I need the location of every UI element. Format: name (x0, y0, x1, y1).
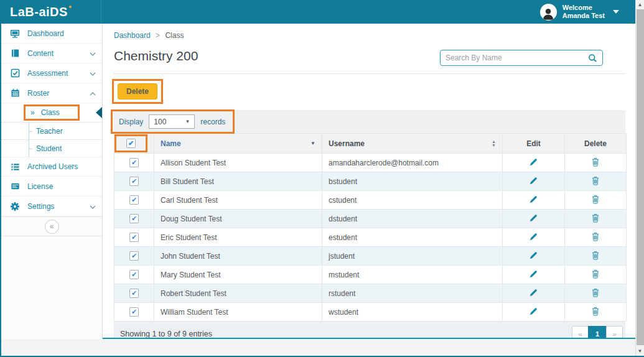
sidebar-item-class[interactable]: » Class (1, 103, 102, 122)
sidebar-nav: Dashboard Content Assessment Roster » Cl… (1, 24, 103, 339)
student-name: Bill Student Test (154, 172, 322, 191)
sidebar-item-label: License (27, 182, 96, 191)
row-checkbox[interactable] (129, 233, 139, 242)
select-all-checkbox[interactable] (126, 139, 136, 148)
table-row: Doug Student Test dstudent (114, 210, 627, 228)
delete-trash-icon[interactable] (591, 269, 600, 279)
sidebar-item-teacher[interactable]: Teacher (1, 122, 102, 139)
records-label: records (200, 118, 225, 126)
delete-trash-icon[interactable] (591, 251, 600, 260)
select-all-header-cell (114, 134, 154, 154)
sidebar-item-dashboard[interactable]: Dashboard (1, 24, 102, 44)
column-header-name[interactable]: Name (154, 134, 322, 154)
license-card-icon (10, 182, 20, 192)
sidebar-item-content[interactable]: Content (1, 44, 102, 63)
book-icon (10, 49, 20, 58)
sidebar-filler (1, 236, 102, 339)
sidebar-item-label: Teacher (20, 127, 63, 136)
row-checkbox[interactable] (129, 289, 139, 298)
edit-pencil-icon[interactable] (529, 176, 538, 185)
row-checkbox[interactable] (129, 177, 139, 186)
delete-trash-icon[interactable] (591, 176, 600, 185)
row-checkbox[interactable] (129, 214, 139, 223)
search-icon[interactable] (588, 53, 597, 63)
student-name: Eric Student Test (154, 228, 322, 247)
welcome-label: Welcome (562, 4, 605, 12)
sidebar-item-assessment[interactable]: Assessment (1, 63, 102, 83)
chevron-down-icon (90, 49, 96, 58)
student-name: Allison Student Test (154, 154, 322, 172)
edit-pencil-icon[interactable] (529, 269, 538, 279)
edit-pencil-icon[interactable] (529, 157, 538, 167)
active-submenu-marker-icon: » (30, 108, 35, 117)
search-box (440, 50, 603, 66)
sidebar-item-student[interactable]: Student (1, 139, 102, 157)
sidebar-item-label: Roster (27, 89, 82, 98)
logo-link[interactable]: LaB-aiDS (1, 0, 101, 24)
edit-pencil-icon[interactable] (529, 251, 538, 260)
section-divider (114, 73, 625, 74)
edit-pencil-icon[interactable] (529, 288, 538, 297)
vertical-scrollbar[interactable]: ▲ ▼ (635, 0, 644, 356)
delete-trash-icon[interactable] (591, 288, 600, 297)
table-row: Bill Student Test bstudent (114, 172, 627, 191)
calendar-icon (10, 88, 20, 98)
sidebar-item-license[interactable]: License (1, 177, 102, 197)
annotation-box-delete: Delete (112, 79, 163, 104)
student-username: amandaharclerode@hotmail.com (322, 154, 503, 172)
records-per-page-select[interactable]: 100 (149, 114, 195, 129)
sidebar-item-label: Class (41, 108, 60, 117)
row-checkbox[interactable] (129, 195, 139, 205)
table-row: Carl Student Test cstudent (114, 191, 627, 210)
sidebar-collapse-button[interactable]: « (45, 220, 59, 234)
dashboard-icon (10, 29, 20, 39)
search-input[interactable] (446, 53, 588, 62)
table-footer: Showing 1 to 9 of 9 entries « 1 » (114, 322, 625, 339)
row-checkbox[interactable] (129, 307, 139, 317)
chevron-down-icon (90, 69, 96, 78)
pagination-prev-button[interactable]: « (572, 326, 589, 339)
sidebar-item-roster[interactable]: Roster (1, 83, 102, 103)
edit-pencil-icon[interactable] (529, 195, 538, 204)
sort-both-icon (492, 140, 496, 147)
sidebar-item-label: Assessment (27, 69, 82, 78)
sidebar-item-label: Content (27, 49, 82, 58)
delete-selected-button[interactable]: Delete (118, 83, 157, 100)
edit-pencil-icon[interactable] (529, 307, 538, 316)
delete-trash-icon[interactable] (591, 232, 600, 241)
students-table: Name Username Edit Delete Allison Studen… (114, 133, 627, 322)
annotation-box-display-records: Display 100 records (111, 109, 235, 134)
column-header-username[interactable]: Username (322, 134, 503, 154)
table-row: John Student Test jstudent (114, 247, 627, 266)
row-checkbox[interactable] (129, 270, 139, 279)
delete-trash-icon[interactable] (591, 195, 600, 204)
edit-pencil-icon[interactable] (529, 232, 538, 241)
row-checkbox[interactable] (129, 158, 139, 167)
student-name: John Student Test (154, 247, 322, 266)
delete-trash-icon[interactable] (591, 307, 600, 316)
row-checkbox[interactable] (129, 251, 139, 261)
scroll-up-icon[interactable]: ▲ (636, 0, 644, 9)
breadcrumb-separator: > (156, 31, 160, 40)
records-per-page-value: 100 (154, 118, 166, 126)
sidebar-item-label: Student (20, 144, 62, 153)
user-name: Amanda Test (562, 12, 605, 20)
pagination-next-button[interactable]: » (606, 326, 623, 339)
sidebar-item-settings[interactable]: Settings (1, 197, 102, 216)
breadcrumb-dashboard-link[interactable]: Dashboard (114, 31, 151, 40)
pagination-page-1-button[interactable]: 1 (588, 326, 607, 339)
gear-icon (10, 202, 20, 211)
student-name: Carl Student Test (154, 191, 322, 210)
student-name: Robert Student Test (154, 284, 322, 303)
display-label: Display (119, 118, 143, 126)
edit-pencil-icon[interactable] (529, 213, 538, 223)
delete-trash-icon[interactable] (591, 213, 600, 223)
sidebar-item-archived-users[interactable]: Archived Users (1, 157, 102, 177)
table-row: Mary Student Test mstudent (114, 266, 627, 284)
scrollbar-thumb[interactable] (637, 9, 644, 345)
column-header-edit: Edit (503, 134, 565, 154)
scroll-down-icon[interactable]: ▼ (636, 346, 644, 356)
user-menu[interactable]: Welcome Amanda Test (540, 4, 635, 21)
delete-trash-icon[interactable] (591, 157, 600, 167)
chevron-up-icon (90, 89, 96, 98)
